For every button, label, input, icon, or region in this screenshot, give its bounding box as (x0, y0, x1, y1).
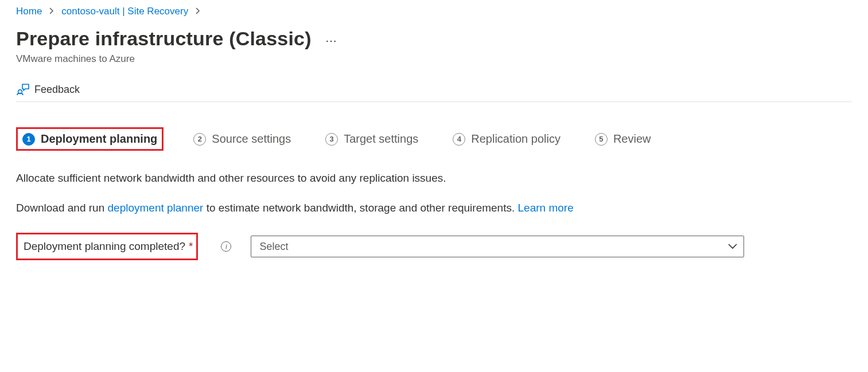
info-icon[interactable]: i (221, 241, 231, 252)
tab-deployment-planning[interactable]: 1 Deployment planning (16, 127, 164, 151)
more-actions-icon[interactable]: ⋯ (325, 30, 338, 48)
deployment-planning-completed-label: Deployment planning completed? * (16, 233, 198, 260)
chevron-right-icon (195, 7, 201, 16)
tab-label: Replication policy (471, 132, 560, 146)
tab-review[interactable]: 5 Review (590, 129, 656, 149)
intro-text-2: Download and run deployment planner to e… (16, 200, 852, 216)
tab-label: Target settings (344, 132, 418, 146)
text-fragment: to estimate network bandwidth, storage a… (203, 202, 517, 214)
breadcrumb: Home contoso-vault | Site Recovery (16, 6, 852, 17)
tab-replication-policy[interactable]: 4 Replication policy (448, 129, 565, 149)
text-fragment: Download and run (16, 202, 108, 214)
page-subtitle: VMware machines to Azure (16, 53, 852, 65)
step-number-badge: 1 (22, 133, 35, 146)
feedback-button[interactable]: Feedback (16, 83, 852, 102)
tab-label: Deployment planning (41, 132, 157, 146)
step-number-badge: 4 (453, 133, 465, 146)
select-field[interactable]: Select (251, 236, 744, 257)
learn-more-link[interactable]: Learn more (518, 202, 574, 214)
step-number-badge: 5 (595, 133, 608, 146)
feedback-label: Feedback (34, 84, 80, 96)
breadcrumb-vault[interactable]: contoso-vault | Site Recovery (61, 6, 188, 17)
wizard-tabs: 1 Deployment planning 2 Source settings … (16, 127, 852, 151)
deployment-planner-link[interactable]: deployment planner (108, 202, 204, 214)
page-title: Prepare infrastructure (Classic) (16, 28, 312, 50)
feedback-icon (16, 83, 29, 96)
tab-source-settings[interactable]: 2 Source settings (189, 129, 295, 149)
tab-target-settings[interactable]: 3 Target settings (321, 129, 423, 149)
chevron-right-icon (49, 7, 55, 16)
tab-label: Review (613, 132, 651, 146)
tab-label: Source settings (212, 132, 291, 146)
breadcrumb-home[interactable]: Home (16, 6, 42, 17)
intro-text-1: Allocate sufficient network bandwidth an… (16, 170, 852, 186)
step-number-badge: 2 (193, 133, 206, 146)
field-label-text: Deployment planning completed? (24, 240, 185, 253)
step-number-badge: 3 (325, 133, 338, 146)
deployment-planning-select[interactable]: Select (251, 236, 744, 257)
required-marker: * (189, 240, 193, 253)
